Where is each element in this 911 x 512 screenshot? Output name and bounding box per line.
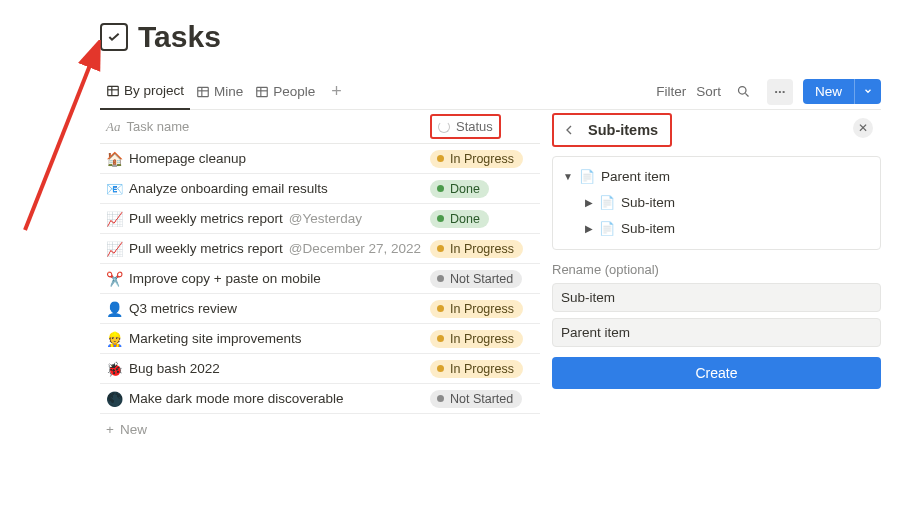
status-badge: Done	[430, 180, 489, 198]
caret-right-icon: ▶	[585, 197, 593, 208]
svg-point-10	[739, 87, 747, 95]
subitems-panel: Sub-items ✕ ▼ 📄 Parent item ▶📄Sub-item▶📄…	[540, 110, 881, 389]
status-cell[interactable]: In Progress	[430, 300, 540, 318]
table-row[interactable]: 📈Pull weekly metrics report @YesterdayDo…	[100, 204, 540, 234]
view-tab-by-project[interactable]: By project	[100, 74, 190, 110]
table-icon	[196, 85, 210, 99]
status-cell[interactable]: Not Started	[430, 270, 540, 288]
more-icon[interactable]: ···	[767, 79, 793, 105]
create-button[interactable]: Create	[552, 357, 881, 389]
task-name-cell[interactable]: 🏠Homepage cleanup	[100, 151, 430, 167]
task-name-cell[interactable]: ✂️Improve copy + paste on mobile	[100, 271, 430, 287]
task-emoji: 👤	[106, 301, 123, 317]
table-row[interactable]: 🏠Homepage cleanupIn Progress	[100, 144, 540, 174]
page-title: Tasks	[138, 20, 221, 54]
parent-name-input[interactable]	[552, 318, 881, 347]
status-cell[interactable]: Done	[430, 210, 540, 228]
table-row[interactable]: 📈Pull weekly metrics report @December 27…	[100, 234, 540, 264]
chevron-down-icon[interactable]	[854, 79, 881, 104]
status-badge: In Progress	[430, 240, 523, 258]
table-row[interactable]: 📧Analyze onboarding email resultsDone	[100, 174, 540, 204]
status-cell[interactable]: Done	[430, 180, 540, 198]
tasks-table: Aa Task name Status 🏠Homepage cleanupIn …	[100, 110, 540, 444]
status-badge: Not Started	[430, 390, 522, 408]
table-row[interactable]: 🐞Bug bash 2022In Progress	[100, 354, 540, 384]
sort-button[interactable]: Sort	[696, 84, 721, 99]
text-property-icon: Aa	[106, 119, 120, 135]
panel-title: Sub-items	[588, 122, 658, 138]
rename-label: Rename (optional)	[552, 262, 881, 277]
add-view-button[interactable]: +	[325, 81, 348, 102]
new-row-button[interactable]: + New	[100, 414, 540, 444]
task-name-cell[interactable]: 👷Marketing site improvements	[100, 331, 430, 347]
task-emoji: 📈	[106, 211, 123, 227]
table-icon	[106, 84, 120, 98]
page-icon: 📄	[579, 169, 595, 184]
page-icon: 📄	[599, 195, 615, 210]
status-cell[interactable]: In Progress	[430, 240, 540, 258]
table-row[interactable]: ✂️Improve copy + paste on mobileNot Star…	[100, 264, 540, 294]
tree-sub-item[interactable]: ▶📄Sub-item	[563, 189, 870, 215]
caret-down-icon: ▼	[563, 171, 573, 182]
view-toolbar: By projectMinePeople + Filter Sort ··· N…	[100, 74, 881, 110]
subitem-name-input[interactable]	[552, 283, 881, 312]
filter-button[interactable]: Filter	[656, 84, 686, 99]
status-cell[interactable]: In Progress	[430, 360, 540, 378]
task-name-cell[interactable]: 👤Q3 metrics review	[100, 301, 430, 317]
page-title-row: Tasks	[100, 20, 881, 54]
back-icon[interactable]	[558, 119, 580, 141]
subitems-tree: ▼ 📄 Parent item ▶📄Sub-item▶📄Sub-item	[552, 156, 881, 250]
task-name-cell[interactable]: 📧Analyze onboarding email results	[100, 181, 430, 197]
svg-rect-4	[198, 87, 209, 96]
svg-rect-7	[257, 87, 268, 96]
status-badge: In Progress	[430, 360, 523, 378]
task-name-cell[interactable]: 📈Pull weekly metrics report @December 27…	[100, 241, 430, 257]
close-icon[interactable]: ✕	[853, 118, 873, 138]
task-emoji: 🏠	[106, 151, 123, 167]
view-tab-mine[interactable]: Mine	[190, 74, 249, 110]
svg-line-11	[746, 93, 749, 96]
status-badge: In Progress	[430, 150, 523, 168]
column-task-name[interactable]: Aa Task name	[100, 119, 430, 135]
task-name-cell[interactable]: 🌑Make dark mode more discoverable	[100, 391, 430, 407]
view-tab-people[interactable]: People	[249, 74, 321, 110]
new-button[interactable]: New	[803, 79, 881, 104]
task-emoji: 🐞	[106, 361, 123, 377]
table-row[interactable]: 🌑Make dark mode more discoverableNot Sta…	[100, 384, 540, 414]
status-badge: In Progress	[430, 330, 523, 348]
tree-sub-item[interactable]: ▶📄Sub-item	[563, 215, 870, 241]
task-emoji: 📈	[106, 241, 123, 257]
tree-parent-item[interactable]: ▼ 📄 Parent item	[563, 163, 870, 189]
task-emoji: 👷	[106, 331, 123, 347]
task-emoji: 🌑	[106, 391, 123, 407]
task-emoji: ✂️	[106, 271, 123, 287]
status-cell[interactable]: In Progress	[430, 330, 540, 348]
task-name-cell[interactable]: 🐞Bug bash 2022	[100, 361, 430, 377]
status-badge: Done	[430, 210, 489, 228]
status-cell[interactable]: In Progress	[430, 150, 540, 168]
caret-right-icon: ▶	[585, 223, 593, 234]
plus-icon: +	[106, 422, 114, 437]
page-icon: 📄	[599, 221, 615, 236]
table-row[interactable]: 👷Marketing site improvementsIn Progress	[100, 324, 540, 354]
table-header-row: Aa Task name Status	[100, 110, 540, 144]
table-icon	[255, 85, 269, 99]
task-emoji: 📧	[106, 181, 123, 197]
svg-rect-1	[108, 86, 119, 95]
column-status[interactable]: Status	[430, 114, 540, 139]
status-badge: Not Started	[430, 270, 522, 288]
checkbox-icon	[100, 23, 128, 51]
table-row[interactable]: 👤Q3 metrics reviewIn Progress	[100, 294, 540, 324]
task-name-cell[interactable]: 📈Pull weekly metrics report @Yesterday	[100, 211, 430, 227]
status-badge: In Progress	[430, 300, 523, 318]
status-cell[interactable]: Not Started	[430, 390, 540, 408]
status-icon	[438, 121, 450, 133]
search-icon[interactable]	[731, 79, 757, 105]
